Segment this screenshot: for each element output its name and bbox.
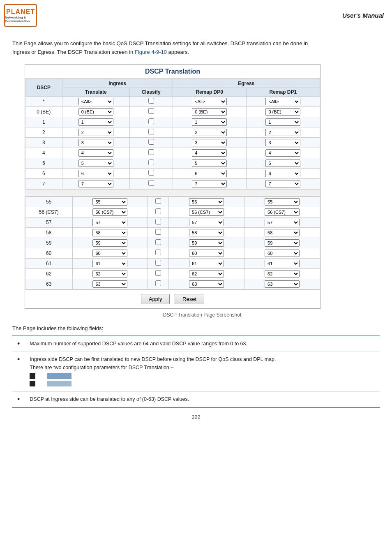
remap1-select[interactable]: 4 (265, 149, 300, 157)
table-row: 57575757 (25, 217, 320, 227)
remap1-select[interactable]: 60 (265, 250, 300, 257)
remap0-select[interactable]: 2 (192, 129, 227, 136)
remap0-select[interactable]: 7 (192, 180, 227, 187)
apply-button[interactable]: Apply (141, 294, 170, 304)
cell-dscp: 4 (25, 148, 62, 158)
translate-select[interactable]: 6 (78, 170, 113, 177)
col-classify: Classify (129, 88, 173, 96)
remap0-select[interactable]: 57 (189, 219, 224, 226)
remap0-select[interactable]: 0 (BE) (192, 108, 227, 116)
cell-remap0: 1 (173, 117, 246, 127)
remap1-select[interactable]: 7 (265, 180, 300, 187)
cell-translate: 6 (62, 168, 129, 178)
classify-checkbox[interactable] (155, 229, 161, 235)
translate-select[interactable]: 5 (78, 160, 113, 167)
remap1-select[interactable]: 55 (265, 198, 300, 206)
dscp-table-bottom: 5555555556 (CS7)56 (CS7)56 (CS7)56 (CS7)… (25, 197, 320, 289)
classify-checkbox[interactable] (148, 180, 154, 186)
remap0-select[interactable]: <All> (192, 98, 227, 105)
cell-dscp: 59 (25, 238, 73, 248)
translate-select[interactable]: 58 (92, 229, 127, 236)
figure-link[interactable]: Figure 4-9-10 (135, 49, 167, 55)
remap0-select[interactable]: 58 (189, 229, 224, 236)
color-row-1 (30, 373, 375, 379)
classify-checkbox[interactable] (148, 139, 154, 145)
classify-checkbox[interactable] (148, 149, 154, 155)
remap0-select[interactable]: 1 (192, 118, 227, 126)
cell-dscp: 56 (CS7) (25, 207, 73, 217)
classify-checkbox[interactable] (155, 250, 161, 255)
translate-select[interactable]: 1 (78, 118, 113, 126)
classify-checkbox[interactable] (155, 208, 161, 214)
translate-select[interactable]: 57 (92, 219, 127, 226)
remap0-select[interactable]: 56 (CS7) (189, 208, 224, 216)
classify-checkbox[interactable] (155, 239, 161, 245)
table-row: 7777 (25, 178, 320, 189)
remap0-select[interactable]: 55 (189, 198, 224, 206)
remap1-select[interactable]: 3 (265, 139, 300, 146)
cell-remap1: 4 (246, 148, 320, 158)
classify-checkbox[interactable] (155, 270, 161, 276)
remap0-select[interactable]: 6 (192, 170, 227, 177)
remap1-select[interactable]: 59 (265, 239, 300, 247)
remap1-select[interactable]: 0 (BE) (265, 108, 300, 116)
dscp-translation-table-container: DSCP Translation DSCP Ingress Egress Tra… (25, 64, 321, 309)
classify-checkbox[interactable] (148, 170, 154, 176)
translate-select[interactable]: 3 (78, 139, 113, 146)
translate-select[interactable]: 4 (78, 149, 113, 157)
remap1-select[interactable]: 62 (265, 270, 300, 278)
field-content-2: Ingress side DSCP can be first translate… (25, 352, 380, 391)
bullet-3: • (12, 391, 25, 407)
classify-checkbox[interactable] (155, 280, 161, 286)
translate-select[interactable]: 59 (92, 239, 127, 247)
remap0-select[interactable]: 3 (192, 139, 227, 146)
remap1-select[interactable]: 6 (265, 170, 300, 177)
classify-checkbox[interactable] (148, 129, 154, 134)
remap1-select[interactable]: 58 (265, 229, 300, 236)
remap1-select[interactable]: 63 (265, 280, 300, 288)
cell-dscp: * (25, 96, 62, 106)
translate-select[interactable]: 2 (78, 129, 113, 136)
button-row: Apply Reset (25, 289, 320, 308)
remap1-select[interactable]: 57 (265, 219, 300, 226)
logo-area: PLANET Networking & Communication (4, 4, 37, 27)
cell-classify (148, 227, 169, 238)
classify-checkbox[interactable] (148, 160, 154, 165)
cell-remap1: 58 (244, 227, 320, 238)
table-row: 5555 (25, 158, 320, 168)
cell-classify (148, 279, 169, 289)
remap0-select[interactable]: 5 (192, 160, 227, 167)
cell-remap0: 57 (169, 217, 244, 227)
translate-select[interactable]: 55 (92, 198, 127, 206)
translate-select[interactable]: 63 (92, 280, 127, 288)
remap0-select[interactable]: 4 (192, 149, 227, 157)
cell-remap0: 3 (173, 137, 246, 148)
translate-select[interactable]: <All> (78, 98, 113, 105)
classify-checkbox[interactable] (148, 98, 154, 104)
remap0-select[interactable]: 61 (189, 260, 224, 267)
remap0-select[interactable]: 60 (189, 250, 224, 257)
translate-select[interactable]: 0 (BE) (78, 108, 113, 116)
page-header: PLANET Networking & Communication User's… (0, 0, 392, 31)
remap0-select[interactable]: 59 (189, 239, 224, 247)
reset-button[interactable]: Reset (175, 294, 204, 304)
classify-checkbox[interactable] (155, 260, 161, 266)
classify-checkbox[interactable] (148, 118, 154, 124)
classify-checkbox[interactable] (155, 219, 161, 224)
remap1-select[interactable]: 1 (265, 118, 300, 126)
translate-select[interactable]: 62 (92, 270, 127, 278)
remap0-select[interactable]: 62 (189, 270, 224, 278)
translate-select[interactable]: 61 (92, 260, 127, 267)
classify-checkbox[interactable] (155, 198, 161, 204)
translate-select[interactable]: 7 (78, 180, 113, 187)
cell-remap0: 56 (CS7) (169, 207, 244, 217)
translate-select[interactable]: 60 (92, 250, 127, 257)
remap1-select[interactable]: 56 (CS7) (265, 208, 300, 216)
remap0-select[interactable]: 63 (189, 280, 224, 288)
translate-select[interactable]: 56 (CS7) (92, 208, 127, 216)
classify-checkbox[interactable] (148, 108, 154, 114)
remap1-select[interactable]: 61 (265, 260, 300, 267)
remap1-select[interactable]: <All> (265, 98, 300, 105)
remap1-select[interactable]: 5 (265, 160, 300, 167)
remap1-select[interactable]: 2 (265, 129, 300, 136)
